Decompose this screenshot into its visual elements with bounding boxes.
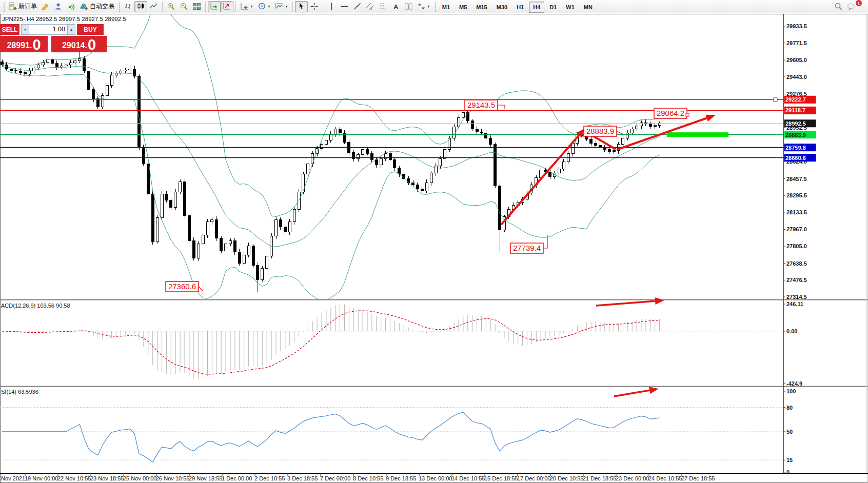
svg-text:27967.0: 27967.0 xyxy=(786,226,807,232)
arrows-button[interactable]: ▼ xyxy=(415,1,432,12)
svg-text:15: 15 xyxy=(786,457,793,463)
profiles-button[interactable] xyxy=(52,1,65,12)
sell-price[interactable]: 28991. 0 xyxy=(0,36,48,52)
svg-text:27360.6: 27360.6 xyxy=(168,282,196,291)
svg-text:A: A xyxy=(393,3,399,11)
timeframe-button-m30[interactable]: M30 xyxy=(492,2,511,13)
line-chart-button[interactable] xyxy=(147,1,160,12)
macd-panel-splitter[interactable] xyxy=(0,299,868,300)
svg-text:27476.5: 27476.5 xyxy=(786,277,807,283)
timeframe-button-h4[interactable]: H4 xyxy=(529,2,544,13)
profiles-icon xyxy=(54,2,63,11)
crosshair-button[interactable] xyxy=(308,1,321,12)
timeframe-button-d1[interactable]: D1 xyxy=(545,2,561,13)
styler-button[interactable] xyxy=(39,1,52,12)
price-annotation-27360.6[interactable]: 27360.6 xyxy=(166,281,203,292)
buy-price-pip: 0 xyxy=(88,38,96,52)
svg-text:27805.0: 27805.0 xyxy=(786,243,807,249)
rsi-axis[interactable]: 1008050150 xyxy=(783,388,796,475)
bb-lower-band[interactable] xyxy=(2,65,660,301)
templates-button[interactable]: ▼ xyxy=(273,1,290,12)
indicators-icon xyxy=(240,2,249,11)
svg-text:T: T xyxy=(407,4,410,10)
auto-scroll-button[interactable] xyxy=(208,1,221,12)
trend-arrow-4[interactable] xyxy=(596,300,662,306)
timeframe-button-mn[interactable]: MN xyxy=(580,2,597,13)
timeframe-bar: M1M5M15M30H1H4D1W1MN xyxy=(438,2,597,11)
svg-text:29143.5: 29143.5 xyxy=(467,100,495,109)
price-annotation-29064.2[interactable]: 29064.2 xyxy=(654,108,689,118)
toolbar-grip[interactable] xyxy=(118,2,120,12)
horizontal-line-button[interactable] xyxy=(338,1,351,12)
text-label-icon: T xyxy=(404,2,413,11)
svg-text:3 Dec 18:55: 3 Dec 18:55 xyxy=(287,475,318,481)
svg-text:-424.9: -424.9 xyxy=(786,380,802,387)
bar-chart-icon xyxy=(124,2,132,11)
periods-caret-icon: ▼ xyxy=(267,5,271,8)
timeframe-button-m1[interactable]: M1 xyxy=(438,2,454,13)
support-highlight-band[interactable] xyxy=(667,132,728,137)
svg-text:27739.4: 27739.4 xyxy=(513,244,541,252)
toolbar-grip[interactable] xyxy=(3,2,5,12)
new-order-button[interactable]: 新订单 xyxy=(6,1,39,12)
svg-text:28883.9: 28883.9 xyxy=(785,132,806,138)
timeframe-button-m5[interactable]: M5 xyxy=(455,2,471,13)
price-annotation-27739.4[interactable]: 27739.4 xyxy=(510,235,547,253)
chat-button[interactable]: 1 xyxy=(845,1,858,12)
autotrading-button[interactable]: 自动交易 xyxy=(77,1,116,12)
svg-text:23 Dec 00:00: 23 Dec 00:00 xyxy=(616,475,649,481)
volume-increase-button[interactable]: ▲ xyxy=(67,24,75,35)
indicators-button[interactable]: ▼ xyxy=(238,1,255,12)
timeframe-button-m15[interactable]: M15 xyxy=(472,2,491,13)
cursor-button[interactable] xyxy=(295,1,308,12)
periods-button[interactable]: ▼ xyxy=(255,1,273,12)
zoom-in-button[interactable] xyxy=(165,1,177,12)
rsi-panel-splitter[interactable] xyxy=(0,386,868,387)
text-label-button[interactable]: T xyxy=(402,1,415,12)
search-button[interactable] xyxy=(832,1,845,12)
channel-button[interactable]: E xyxy=(364,1,377,12)
volume-decrease-button[interactable]: ▼ xyxy=(21,24,29,35)
svg-text:14 Dec 10:55: 14 Dec 10:55 xyxy=(451,475,485,481)
buy-price[interactable]: 29014. 0 xyxy=(51,36,107,52)
trend-arrow-5[interactable] xyxy=(614,389,656,396)
trend-arrow-1[interactable] xyxy=(501,130,583,225)
zoom-out-button[interactable] xyxy=(177,1,190,12)
vertical-line-button[interactable] xyxy=(325,1,338,12)
level-anchor-square[interactable] xyxy=(774,98,777,102)
autotrading-label: 自动交易 xyxy=(90,2,114,11)
tile-windows-button[interactable] xyxy=(190,1,203,12)
alerts-button[interactable] xyxy=(65,1,77,12)
svg-text:28883.9: 28883.9 xyxy=(586,127,614,135)
toolbar-grip[interactable] xyxy=(434,2,436,12)
svg-text:23 Nov 18:55: 23 Nov 18:55 xyxy=(90,475,124,481)
one-click-trading-panel: SELL ▼ 1.00 ▲ BUY 28991. 0 29014. 0 xyxy=(0,24,107,52)
timeframe-button-w1[interactable]: W1 xyxy=(562,2,579,13)
rsi-plot xyxy=(0,408,783,462)
sell-button[interactable]: SELL xyxy=(0,24,19,35)
trendline-button[interactable] xyxy=(351,1,364,12)
tile-windows-icon xyxy=(192,2,201,11)
svg-text:E: E xyxy=(371,7,373,11)
time-axis[interactable]: Nov 202119 Nov 00:0022 Nov 10:5523 Nov 1… xyxy=(1,473,715,481)
rsi-line xyxy=(2,412,660,462)
macd-axis[interactable]: 246.110.00-424.9 xyxy=(783,301,803,387)
price-annotation-29143.5[interactable]: 29143.5 xyxy=(465,100,505,110)
text-button[interactable]: A xyxy=(389,1,402,12)
candlestick-chart-button[interactable] xyxy=(134,1,147,12)
volume-input[interactable]: 1.00 xyxy=(29,24,67,35)
svg-text:27 Dec 18:55: 27 Dec 18:55 xyxy=(681,475,715,481)
chart-canvas[interactable]: 29143.529064.228883.927739.427360.629933… xyxy=(0,0,868,483)
svg-text:28759.8: 28759.8 xyxy=(785,145,806,151)
candlesticks xyxy=(1,52,661,292)
equidistant-channel-icon: E xyxy=(366,2,374,11)
buy-price-main: 29014. xyxy=(62,39,87,52)
buy-button[interactable]: BUY xyxy=(77,24,104,35)
timeframe-button-h1[interactable]: H1 xyxy=(512,2,528,13)
fibonacci-button[interactable]: F xyxy=(377,1,389,12)
chart-shift-button[interactable] xyxy=(221,1,233,12)
bar-chart-button[interactable] xyxy=(122,1,134,12)
svg-text:7 Dec 00:00: 7 Dec 00:00 xyxy=(320,475,350,481)
svg-text:29118.7: 29118.7 xyxy=(785,107,805,113)
price-axis[interactable]: 29933.529771.529605.029443.029276.528952… xyxy=(783,23,816,300)
